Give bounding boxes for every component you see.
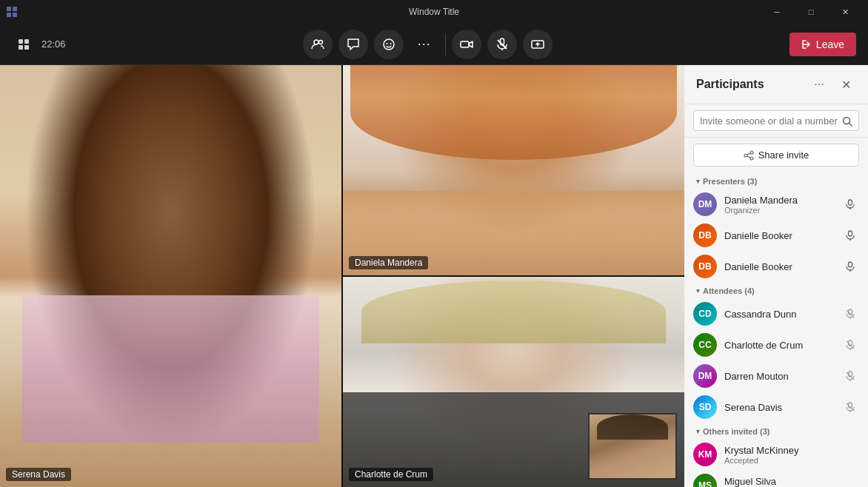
search-icon (842, 115, 852, 127)
search-box (693, 110, 859, 131)
main-content: Serena Davis Daniela Mandera Charlotte (0, 65, 868, 487)
panel-header: Participants ··· ✕ (684, 65, 868, 104)
participant-darren-mouton[interactable]: DM Darren Mouton (684, 360, 868, 392)
svg-rect-29 (849, 262, 852, 267)
participants-list: ▾ Presenters (3) DM Daniela Mandera Orga… (684, 172, 868, 487)
participant-krystal-mckinney[interactable]: KM Krystal McKinney Accepted (684, 439, 868, 470)
svg-point-9 (318, 40, 322, 44)
mic-button-cd[interactable] (841, 305, 859, 323)
participant-charlotte-de-crum[interactable]: CC Charlotte de Crum (684, 329, 868, 360)
share-invite-label: Share invite (758, 150, 809, 161)
toolbar-left: 22:06 (12, 34, 66, 55)
avatar-wrapper-cd: CD (693, 302, 717, 326)
avatar-cd: CD (693, 302, 717, 326)
video-name-charlotte: Charlotte de Crum (349, 468, 433, 481)
participant-miguel-silva[interactable]: MS Miguel Silva Declined (684, 470, 868, 487)
svg-rect-5 (24, 39, 29, 44)
participant-name-db2: Danielle Booker (724, 261, 834, 272)
svg-point-8 (314, 40, 318, 44)
share-button[interactable] (523, 30, 552, 59)
avatar-wrapper-sd: SD (693, 395, 717, 419)
mic-button-db1[interactable] (841, 226, 859, 244)
participant-danielle-booker-2[interactable]: DB Danielle Booker (684, 251, 868, 282)
svg-point-21 (750, 151, 753, 154)
attendees-chevron: ▾ (696, 287, 700, 295)
mic-muted-icon (845, 309, 855, 319)
minimize-button[interactable]: ─ (760, 0, 794, 24)
mic-button-cc[interactable] (841, 336, 859, 354)
search-input[interactable] (700, 115, 838, 127)
participant-actions-sd (841, 398, 859, 416)
svg-point-20 (744, 154, 747, 157)
more-button[interactable]: ··· (410, 30, 439, 59)
mic-icon (495, 38, 509, 51)
people-button[interactable] (303, 30, 333, 59)
mic-button-sd[interactable] (841, 398, 859, 416)
avatar-db2: DB (693, 255, 717, 278)
participant-info-db2: Danielle Booker (724, 261, 834, 272)
panel-more-button[interactable]: ··· (809, 74, 829, 95)
participant-status-km: Accepted (724, 456, 859, 465)
participant-cassandra-dunn[interactable]: CD Cassandra Dunn (684, 298, 868, 329)
section-others-invited[interactable]: ▾ Others invited (3) (684, 423, 868, 439)
grid-view-button[interactable] (12, 34, 36, 55)
leave-icon (801, 39, 812, 50)
mic-button-dmo[interactable] (841, 367, 859, 385)
chat-button[interactable] (338, 30, 368, 59)
participant-info-sd: Serena Davis (724, 402, 834, 413)
mic-button-db2[interactable] (841, 258, 859, 275)
ellipsis-icon: ··· (814, 78, 824, 91)
svg-rect-2 (7, 13, 11, 17)
svg-rect-3 (13, 13, 17, 17)
participant-daniela-mandera[interactable]: DM Daniela Mandera Organizer (684, 189, 868, 220)
svg-point-22 (750, 157, 753, 160)
svg-rect-25 (849, 200, 852, 205)
leave-label: Leave (816, 38, 844, 50)
attendees-label: Attendees (4) (703, 286, 755, 295)
participant-info-ms: Miguel Silva Declined (724, 476, 859, 487)
avatar-wrapper-ms: MS (693, 474, 717, 487)
participant-actions-dmo (841, 367, 859, 385)
camera-button[interactable] (452, 30, 481, 59)
participant-danielle-booker-1[interactable]: DB Danielle Booker (684, 220, 868, 251)
mic-button[interactable] (487, 30, 517, 59)
share-invite-icon (744, 150, 754, 161)
section-attendees[interactable]: ▾ Attendees (4) (684, 282, 868, 298)
svg-rect-1 (13, 7, 17, 11)
avatar-wrapper-db1: DB (693, 224, 717, 247)
window-controls: ─ □ ✕ (760, 0, 862, 24)
avatar-dmo: DM (693, 364, 717, 388)
camera-icon (460, 38, 473, 51)
avatar-db1: DB (693, 224, 717, 247)
mic-muted-icon-4 (845, 402, 855, 412)
mic-on-icon (845, 199, 855, 209)
svg-rect-0 (7, 7, 11, 11)
leave-button[interactable]: Leave (789, 33, 856, 56)
maximize-button[interactable]: □ (794, 0, 828, 24)
section-presenters[interactable]: ▾ Presenters (3) (684, 172, 868, 189)
participant-info-dmo: Darren Mouton (724, 371, 834, 382)
participant-info-km: Krystal McKinney Accepted (724, 445, 859, 465)
close-icon: ✕ (841, 78, 851, 92)
panel-close-button[interactable]: ✕ (835, 74, 856, 95)
participants-panel: Participants ··· ✕ (684, 65, 868, 487)
video-tile-serena: Serena Davis (0, 65, 341, 487)
avatar-km: KM (693, 443, 717, 466)
participant-actions-db2 (841, 258, 859, 275)
participant-info-db1: Danielle Booker (724, 230, 834, 241)
participant-name-cc: Charlotte de Crum (724, 340, 834, 351)
avatar-wrapper-cc: CC (693, 333, 717, 357)
svg-rect-13 (461, 41, 469, 47)
participant-actions-db1 (841, 226, 859, 244)
reactions-button[interactable] (374, 30, 404, 59)
presenters-label: Presenters (3) (703, 177, 757, 186)
mic-muted-icon-3 (845, 371, 855, 381)
others-label: Others invited (3) (703, 427, 769, 436)
mic-button-dm[interactable] (841, 195, 859, 213)
participant-name-sd: Serena Davis (724, 402, 834, 413)
participant-role-dm: Organizer (724, 206, 834, 215)
close-button[interactable]: ✕ (828, 0, 862, 24)
share-invite-button[interactable]: Share invite (693, 144, 859, 167)
participant-serena-davis[interactable]: SD Serena Davis (684, 392, 868, 423)
participant-info-cd: Cassandra Dunn (724, 309, 834, 320)
